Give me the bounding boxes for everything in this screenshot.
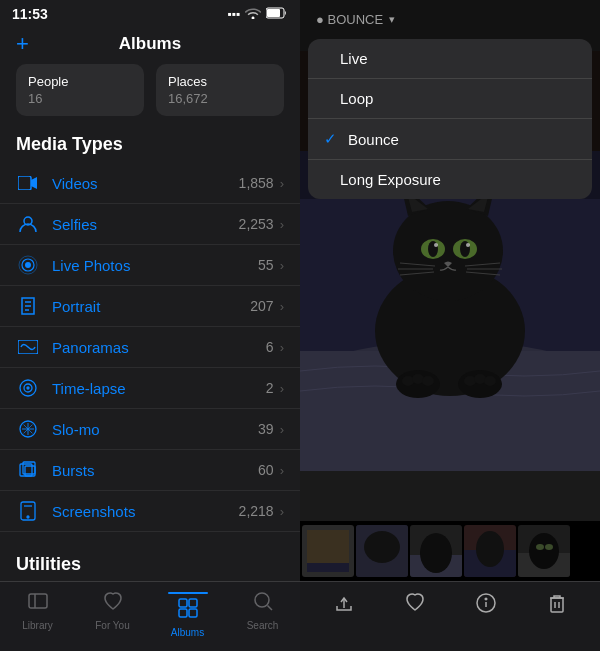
videos-label: Videos [52,175,239,192]
svg-point-10 [27,387,29,389]
media-list: Videos 1,858 › Selfies 2,253 › [0,163,300,542]
film-thumb-5[interactable] [518,525,570,577]
svg-point-81 [529,533,559,569]
media-item-panoramas[interactable]: Panoramas 6 › [0,327,300,368]
svg-line-34 [267,606,272,611]
slomo-icon [16,417,40,441]
media-item-videos[interactable]: Videos 1,858 › [0,163,300,204]
dropdown-option-live[interactable]: Live [308,39,592,79]
screenshots-count: 2,218 [239,503,274,519]
left-tab-bar: Library For You Albums [0,581,300,651]
svg-rect-32 [189,609,197,617]
panoramas-count: 6 [266,339,274,355]
tab-for-you[interactable]: For You [75,590,150,631]
media-item-bursts[interactable]: Bursts 60 › [0,450,300,491]
film-thumb-1[interactable] [302,525,354,577]
svg-point-63 [484,376,496,386]
status-bar: 11:53 ▪▪▪ [0,0,300,28]
videos-chevron: › [280,176,284,191]
albums-tab-icon [177,597,199,624]
albums-header: + Albums [0,28,300,64]
places-item[interactable]: Places 16,672 [156,64,284,116]
right-panel: ● BOUNCE ▾ Live Loop Bounce Long Exposur… [300,0,600,651]
film-thumb-2[interactable] [356,525,408,577]
media-item-slomo[interactable]: Slo-mo 39 › [0,409,300,450]
dropdown-option-long-exposure[interactable]: Long Exposure [308,160,592,199]
media-types-header: Media Types [0,130,300,163]
screenshots-chevron: › [280,504,284,519]
portrait-count: 207 [250,298,273,314]
svg-rect-69 [307,563,349,572]
timelapse-icon [16,376,40,400]
svg-rect-27 [29,594,47,608]
right-tab-bar [300,581,600,651]
svg-point-39 [393,201,503,301]
tab-library[interactable]: Library [0,590,75,631]
bursts-chevron: › [280,463,284,478]
svg-point-60 [422,376,434,386]
timelapse-label: Time-lapse [52,380,266,397]
svg-point-59 [412,374,424,384]
selfies-label: Selfies [52,216,239,233]
add-album-button[interactable]: + [16,33,29,55]
svg-point-75 [420,533,452,573]
bounce-current-label: ● BOUNCE [316,12,383,27]
tab-search[interactable]: Search [225,590,300,631]
media-item-timelapse[interactable]: Time-lapse 2 › [0,368,300,409]
media-item-selfies[interactable]: Selfies 2,253 › [0,204,300,245]
svg-point-20 [27,516,29,518]
svg-point-33 [255,593,269,607]
svg-point-78 [476,531,504,567]
for-you-tab-label: For You [95,620,129,631]
long-exposure-option-label: Long Exposure [340,171,441,188]
videos-icon [16,171,40,195]
svg-rect-31 [179,609,187,617]
albums-tab-label: Albums [171,627,204,638]
svg-point-58 [402,376,414,386]
selfies-chevron: › [280,217,284,232]
slomo-chevron: › [280,422,284,437]
panoramas-label: Panoramas [52,339,266,356]
utilities-header: Utilities [0,542,300,581]
favorite-button[interactable] [404,592,426,619]
media-item-screen-recordings[interactable]: Screen Recordings 10 › [0,532,300,542]
people-item[interactable]: People 16 [16,64,144,116]
media-item-portrait[interactable]: Portrait 207 › [0,286,300,327]
bounce-dropdown-trigger[interactable]: ● BOUNCE ▾ [300,0,600,39]
delete-button[interactable] [546,592,568,619]
portrait-label: Portrait [52,298,250,315]
svg-point-82 [536,544,544,550]
media-item-live-photos[interactable]: Live Photos 55 › [0,245,300,286]
svg-rect-1 [267,9,280,17]
status-icons: ▪▪▪ [227,7,288,22]
live-photos-label: Live Photos [52,257,258,274]
dropdown-chevron-icon: ▾ [389,13,395,26]
share-button[interactable] [333,592,355,619]
svg-rect-2 [18,176,31,190]
videos-count: 1,858 [239,175,274,191]
people-label: People [28,74,132,89]
bounce-option-label: Bounce [348,131,399,148]
screenshots-icon [16,499,40,523]
for-you-tab-icon [102,590,124,617]
film-thumb-4[interactable] [464,525,516,577]
media-item-screenshots[interactable]: Screenshots 2,218 › [0,491,300,532]
bursts-count: 60 [258,462,274,478]
dropdown-overlay: ● BOUNCE ▾ Live Loop Bounce Long Exposur… [300,0,600,199]
svg-point-49 [466,243,470,247]
live-photos-chevron: › [280,258,284,273]
svg-rect-30 [189,599,197,607]
slomo-count: 39 [258,421,274,437]
left-panel: 11:53 ▪▪▪ + Albums Pe [0,0,300,651]
info-button[interactable] [475,592,497,619]
portrait-icon [16,294,40,318]
library-tab-icon [27,590,49,617]
svg-point-72 [364,531,400,563]
dropdown-option-bounce[interactable]: Bounce [308,119,592,160]
screenshots-label: Screenshots [52,503,239,520]
tab-albums[interactable]: Albums [150,590,225,638]
svg-rect-88 [551,598,563,612]
places-label: Places [168,74,272,89]
film-thumb-3[interactable] [410,525,462,577]
dropdown-option-loop[interactable]: Loop [308,79,592,119]
